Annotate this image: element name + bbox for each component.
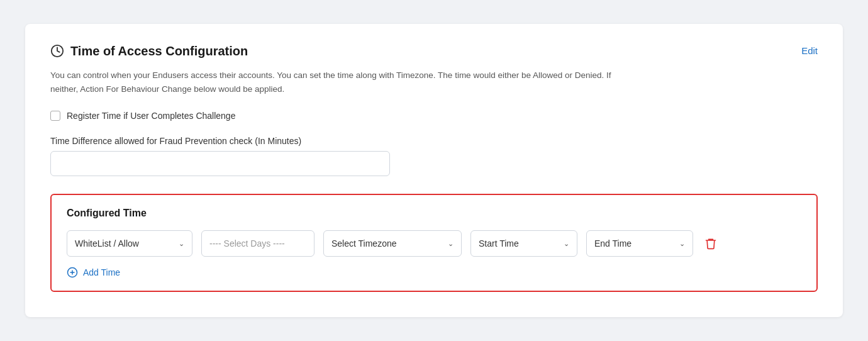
register-time-checkbox[interactable]: [50, 111, 60, 121]
start-time-chevron-icon: ⌄: [564, 240, 569, 248]
configured-time-section: Configured Time WhiteList / Allow ⌄ ----…: [50, 194, 818, 292]
edit-link[interactable]: Edit: [801, 45, 818, 56]
start-time-dropdown-value: Start Time: [479, 238, 519, 249]
register-time-row: Register Time if User Completes Challeng…: [50, 111, 818, 121]
time-access-card: Time of Access Configuration Edit You ca…: [25, 24, 843, 317]
timezone-chevron-icon: ⌄: [448, 240, 453, 248]
register-time-label: Register Time if User Completes Challeng…: [67, 111, 235, 121]
card-header: Time of Access Configuration Edit: [50, 44, 818, 59]
add-time-icon: [67, 267, 78, 278]
time-diff-label: Time Difference allowed for Fraud Preven…: [50, 136, 818, 146]
end-time-dropdown[interactable]: End Time ⌄: [586, 230, 693, 257]
whitelist-chevron-icon: ⌄: [179, 240, 184, 248]
trash-icon: [704, 237, 717, 250]
clock-icon: [50, 44, 64, 58]
time-diff-input[interactable]: [50, 151, 390, 176]
title-row: Time of Access Configuration: [50, 44, 248, 59]
whitelist-dropdown-value: WhiteList / Allow: [75, 238, 139, 249]
delete-time-button[interactable]: [702, 235, 720, 252]
days-dropdown-value: ---- Select Days ----: [209, 238, 285, 249]
end-time-dropdown-value: End Time: [594, 238, 632, 249]
section-title: Time of Access Configuration: [70, 44, 248, 59]
add-time-label: Add Time: [83, 267, 120, 277]
timezone-dropdown-value: Select Timezone: [331, 238, 397, 249]
title-area: Time of Access Configuration: [50, 44, 248, 59]
time-config-row: WhiteList / Allow ⌄ ---- Select Days ---…: [67, 230, 801, 257]
configured-time-title: Configured Time: [67, 208, 801, 219]
start-time-dropdown[interactable]: Start Time ⌄: [470, 230, 577, 257]
end-time-chevron-icon: ⌄: [679, 240, 685, 248]
description-text: You can control when your Endusers acces…: [50, 69, 616, 96]
days-dropdown[interactable]: ---- Select Days ----: [201, 230, 314, 257]
time-diff-field-group: Time Difference allowed for Fraud Preven…: [50, 136, 818, 176]
whitelist-dropdown[interactable]: WhiteList / Allow ⌄: [67, 230, 192, 257]
timezone-dropdown[interactable]: Select Timezone ⌄: [323, 230, 462, 257]
add-time-row[interactable]: Add Time: [67, 267, 801, 278]
